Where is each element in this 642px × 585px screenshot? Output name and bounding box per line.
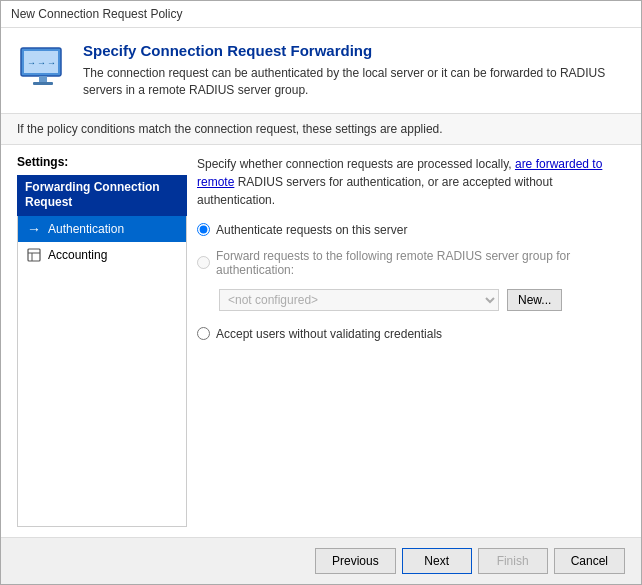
radio-option-authenticate[interactable]: Authenticate requests on this server (197, 223, 625, 237)
sidebar-item-accounting[interactable]: Accounting (18, 242, 186, 268)
radius-group-select[interactable]: <not configured> (219, 289, 499, 311)
finish-button[interactable]: Finish (478, 548, 548, 574)
radio-forward[interactable] (197, 256, 210, 269)
content-area: Settings: Forwarding Connection Request … (1, 145, 641, 537)
svg-rect-2 (39, 76, 47, 83)
radio-authenticate-label: Authenticate requests on this server (216, 223, 407, 237)
radio-option-forward[interactable]: Forward requests to the following remote… (197, 249, 625, 277)
radio-authenticate[interactable] (197, 223, 210, 236)
left-panel-items: → Authentication Accounting (17, 216, 187, 527)
left-panel-header: Forwarding Connection Request (17, 175, 187, 216)
left-panel: Settings: Forwarding Connection Request … (17, 155, 187, 527)
next-button[interactable]: Next (402, 548, 472, 574)
svg-text:→: → (47, 58, 56, 68)
dialog: New Connection Request Policy → → → Spec… (0, 0, 642, 585)
footer: Previous Next Finish Cancel (1, 537, 641, 584)
header-section: → → → Specify Connection Request Forward… (1, 28, 641, 114)
svg-text:→: → (37, 58, 46, 68)
sidebar-authentication-label: Authentication (48, 222, 124, 236)
settings-label: Settings: (17, 155, 187, 169)
arrow-icon: → (26, 221, 42, 237)
previous-button[interactable]: Previous (315, 548, 396, 574)
radio-option-accept[interactable]: Accept users without validating credenti… (197, 327, 625, 341)
info-text: If the policy conditions match the conne… (17, 122, 443, 136)
sidebar-item-authentication[interactable]: → Authentication (18, 216, 186, 242)
sidebar-accounting-label: Accounting (48, 248, 107, 262)
radio-forward-label: Forward requests to the following remote… (216, 249, 625, 277)
svg-text:→: → (27, 58, 36, 68)
svg-rect-3 (33, 82, 53, 85)
new-button[interactable]: New... (507, 289, 562, 311)
cancel-button[interactable]: Cancel (554, 548, 625, 574)
header-description: The connection request can be authentica… (83, 65, 625, 99)
right-description: Specify whether connection requests are … (197, 155, 625, 209)
radio-accept[interactable] (197, 327, 210, 340)
desc-link: are forwarded to remote (197, 157, 602, 189)
header-title: Specify Connection Request Forwarding (83, 42, 625, 59)
header-icon: → → → (17, 42, 69, 94)
radio-accept-label: Accept users without validating credenti… (216, 327, 442, 341)
svg-rect-7 (28, 249, 40, 261)
title-bar: New Connection Request Policy (1, 1, 641, 28)
accounting-icon (26, 247, 42, 263)
header-text: Specify Connection Request Forwarding Th… (83, 42, 625, 99)
info-bar: If the policy conditions match the conne… (1, 114, 641, 145)
window-title: New Connection Request Policy (11, 7, 182, 21)
right-panel: Specify whether connection requests are … (197, 155, 625, 527)
dropdown-row: <not configured> New... (219, 289, 625, 311)
